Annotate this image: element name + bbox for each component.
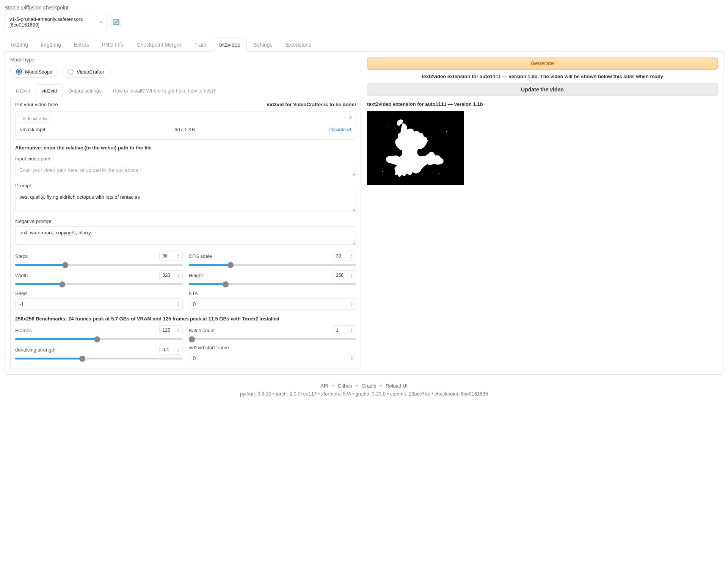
separator-dot: •	[380, 383, 382, 389]
benchmark-note: 256x256 Benchmarks: 24 frames peak at 5.…	[15, 316, 356, 322]
height-label: Height	[189, 273, 203, 278]
spinner-icon[interactable]: ▲▼	[177, 301, 180, 307]
download-link[interactable]: Download	[329, 127, 351, 132]
svg-point-4	[382, 171, 383, 172]
seed-label: Seed	[15, 290, 183, 296]
footer-link-gradio[interactable]: Gradio	[362, 383, 377, 389]
footer: API•Github•Gradio•Reload UI python: 3.8.…	[5, 383, 723, 397]
tab-txt2img[interactable]: txt2img	[5, 38, 35, 52]
subtab-vid2vid[interactable]: vid2vid	[36, 84, 63, 97]
steps-label: Steps	[15, 253, 28, 259]
eta-label: ETA	[189, 290, 356, 296]
steps-slider[interactable]: Steps 30▲▼	[15, 251, 183, 266]
spinner-icon[interactable]: ▲▼	[350, 327, 354, 334]
cfg-label: CFG scale	[189, 253, 212, 259]
tab-extensions[interactable]: Extensions	[279, 38, 318, 52]
file-name: vmask.mp4	[20, 127, 175, 132]
footer-link-reload-ui[interactable]: Reload UI	[386, 383, 408, 389]
tab-img2img[interactable]: img2img	[35, 38, 67, 52]
spinner-icon[interactable]: ▲▼	[350, 252, 354, 260]
spinner-icon[interactable]: ▲▼	[177, 346, 181, 353]
denoise-label: denoising strength	[15, 347, 55, 353]
footer-link-api[interactable]: API	[320, 383, 328, 389]
alt-path-note: Alternative: enter the relative (to the …	[15, 145, 356, 151]
file-badge-label: Input video	[28, 116, 49, 121]
spinner-icon[interactable]: ▲▼	[350, 301, 353, 307]
spinner-icon[interactable]: ▲▼	[177, 327, 181, 334]
tab-checkpoint-merger[interactable]: Checkpoint Merger	[130, 38, 188, 52]
footer-links: API•Github•Gradio•Reload UI	[5, 383, 723, 389]
spinner-icon[interactable]: ▲▼	[350, 272, 354, 279]
file-icon: 🗎	[22, 116, 26, 121]
separator-dot: •	[332, 383, 334, 389]
checkpoint-dropdown[interactable]: v1-5-pruned-emaonly.safetensors [6ce0161…	[5, 13, 107, 31]
svg-point-3	[439, 173, 439, 174]
tab-png-info[interactable]: PNG Info	[96, 38, 130, 52]
update-video-button[interactable]: Update the video	[367, 83, 718, 96]
batch-label: Batch count	[189, 328, 215, 333]
radio-label: ModelScope	[25, 69, 52, 75]
extension-version: text2video extension for auto1111 — vers…	[367, 101, 718, 107]
neg-prompt-input[interactable]	[15, 226, 356, 245]
spinner-icon[interactable]: ▲▼	[177, 252, 181, 260]
footer-meta: python: 3.8.10 • torch: 2.0.0+cu117 • xf…	[240, 391, 488, 397]
footer-link-github[interactable]: Github	[338, 383, 352, 389]
height-number[interactable]: 256▲▼	[333, 270, 356, 280]
batch-slider[interactable]: Batch count 1▲▼	[189, 325, 356, 340]
prompt-label: Prompt	[15, 183, 356, 188]
tab-train[interactable]: Train	[188, 38, 213, 52]
radio-label: VideoCrafter	[77, 69, 104, 75]
width-slider[interactable]: Width 320▲▼	[15, 270, 183, 285]
file-size: 907.1 KB	[175, 127, 329, 132]
video-path-input[interactable]	[15, 164, 356, 176]
cfg-number[interactable]: 30▲▼	[333, 251, 356, 261]
seed-input[interactable]: -1▲▼	[15, 298, 183, 310]
refresh-button[interactable]: 🔄	[111, 17, 121, 27]
subtab-txt2vid[interactable]: txt2vid	[10, 84, 36, 97]
spinner-icon[interactable]: ▲▼	[177, 272, 181, 279]
frames-label: Frames	[15, 328, 32, 333]
radio-dot-icon	[67, 69, 74, 75]
model-type-label: Model type	[10, 57, 361, 63]
checkpoint-label: Stable Diffusion checkpoint	[5, 5, 723, 11]
radio-modelscope[interactable]: ModelScope	[10, 66, 58, 78]
start-frame-label: vid2vid start frame	[189, 345, 356, 350]
frames-slider[interactable]: Frames 125▲▼	[15, 325, 183, 340]
svg-point-1	[388, 126, 388, 126]
model-type-radios: ModelScopeVideoCrafter	[10, 66, 361, 78]
start-frame-input[interactable]: 0▲▼	[189, 353, 356, 364]
width-label: Width	[15, 273, 28, 278]
eta-input[interactable]: 0▲▼	[189, 298, 356, 310]
spinner-icon[interactable]: ▲▼	[350, 355, 353, 361]
vid2vid-note: Vid2vid for VideoCrafter is to be done!	[267, 102, 356, 107]
tab-txt2video[interactable]: txt2video	[213, 38, 247, 52]
video-preview[interactable]	[367, 111, 464, 185]
prompt-input[interactable]	[15, 191, 356, 212]
video-path-label: Input video path	[15, 156, 356, 162]
radio-videocrafter[interactable]: VideoCrafter	[62, 66, 110, 78]
upload-prompt: Put your video here	[15, 102, 58, 107]
sub-tabs: txt2vidvid2vidOutput settingsHow to inst…	[10, 84, 361, 97]
refresh-icon: 🔄	[113, 19, 119, 25]
close-icon[interactable]: ✕	[348, 115, 353, 120]
file-badge: 🗎 Input video	[19, 115, 52, 123]
main-tabs: txt2imgimg2imgExtrasPNG InfoCheckpoint M…	[5, 37, 723, 52]
chevron-down-icon: ▾	[100, 20, 102, 24]
frames-number[interactable]: 125▲▼	[159, 325, 183, 335]
height-slider[interactable]: Height 256▲▼	[189, 270, 356, 285]
svg-point-2	[446, 131, 447, 132]
input-video-filebox[interactable]: 🗎 Input video ✕ vmask.mp4 907.1 KB Downl…	[15, 111, 356, 140]
steps-number[interactable]: 30▲▼	[159, 251, 183, 261]
tab-settings[interactable]: Settings	[247, 38, 279, 52]
denoise-slider[interactable]: denoising strength 0.4▲▼	[15, 345, 183, 364]
tab-extras[interactable]: Extras	[67, 38, 96, 52]
generate-button[interactable]: Generate	[367, 57, 718, 70]
cfg-slider[interactable]: CFG scale 30▲▼	[189, 251, 356, 266]
separator-dot: •	[356, 383, 358, 389]
denoise-number[interactable]: 0.4▲▼	[159, 345, 183, 355]
subtab-output-settings[interactable]: Output settings	[63, 84, 107, 97]
batch-number[interactable]: 1▲▼	[333, 325, 356, 335]
radio-dot-icon	[16, 69, 22, 75]
subtab-how-to-install-where[interactable]: How to install? Where to get help, how t…	[107, 84, 222, 97]
width-number[interactable]: 320▲▼	[159, 270, 183, 280]
